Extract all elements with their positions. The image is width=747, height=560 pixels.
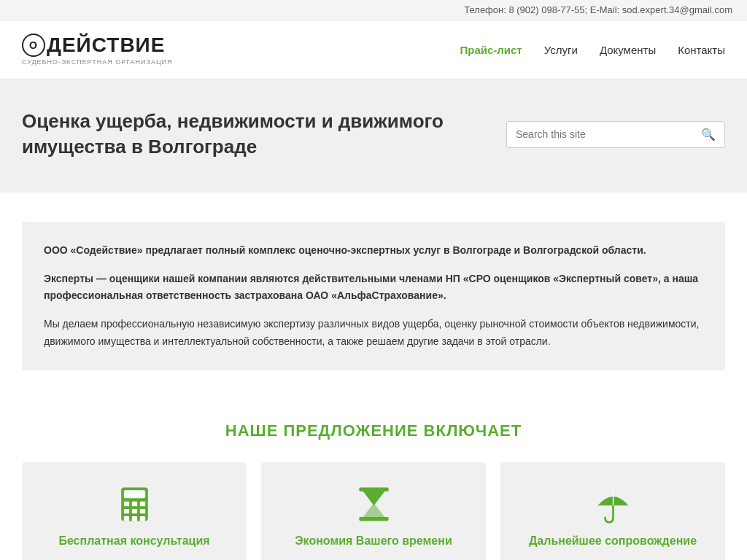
card-support-label: Дальнейшее сопровождение [529,534,697,548]
hero-title: Оценка ущерба, недвижимости и движимого … [22,109,445,160]
nav-contacts[interactable]: Контакты [678,44,725,56]
svg-rect-2 [123,501,128,505]
svg-rect-5 [123,509,128,513]
info-paragraph-2: Эксперты — оценщики нашей компании являю… [44,271,703,304]
nav-services[interactable]: Услуги [544,44,578,56]
svg-rect-3 [131,501,136,505]
nav-documents[interactable]: Документы [600,44,656,56]
card-consultation: Бесплатная консультация [22,462,247,560]
calculator-icon [115,484,155,524]
hero-section: Оценка ущерба, недвижимости и движимого … [0,79,747,192]
info-box: ООО «Содействие» предлагает полный компл… [22,222,725,370]
nav-pricelist[interactable]: Прайс-лист [460,44,522,56]
search-box[interactable]: 🔍 [506,121,725,148]
svg-rect-12 [359,517,388,521]
svg-rect-7 [139,509,144,513]
search-input[interactable] [516,128,701,140]
offer-heading: НАШЕ ПРЕДЛОЖЕНИЕ ВКЛЮЧАЕТ [0,392,747,462]
umbrella-icon [593,484,633,524]
svg-rect-11 [359,487,388,491]
main-nav: Прайс-лист Услуги Документы Контакты [460,44,725,56]
logo-sub: СУДЕБНО-ЭКСПЕРТНАЯ ОРГАНИЗАЦИЯ [22,58,173,66]
top-bar: Телефон: 8 (902) 098-77-55; E-Mail: sod.… [0,0,747,20]
svg-rect-9 [131,516,136,521]
svg-rect-1 [123,490,144,498]
header: О ДЕЙСТВИЕ СУДЕБНО-ЭКСПЕРТНАЯ ОРГАНИЗАЦИ… [0,20,747,79]
search-icon[interactable]: 🔍 [701,128,716,141]
info-paragraph-3: Мы делаем профессиональную независимую э… [44,316,703,349]
svg-rect-10 [139,516,144,521]
logo-main: О ДЕЙСТВИЕ [22,34,173,57]
content-section: ООО «Содействие» предлагает полный компл… [0,192,747,392]
card-support: Дальнейшее сопровождение [500,462,725,560]
logo-icon: О [22,34,45,57]
hourglass-icon [354,484,394,524]
info-paragraph-1: ООО «Содействие» предлагает полный компл… [44,242,703,259]
card-consultation-label: Бесплатная консультация [58,534,209,548]
cards-section: Бесплатная консультация Экономия Вашего … [0,462,747,560]
contact-info: Телефон: 8 (902) 098-77-55; E-Mail: sod.… [464,4,732,15]
logo: О ДЕЙСТВИЕ СУДЕБНО-ЭКСПЕРТНАЯ ОРГАНИЗАЦИ… [22,34,173,66]
card-time-label: Экономия Вашего времени [295,534,452,548]
svg-rect-8 [123,516,128,521]
card-time: Экономия Вашего времени [261,462,486,560]
svg-rect-6 [131,509,136,513]
svg-rect-4 [139,501,144,505]
